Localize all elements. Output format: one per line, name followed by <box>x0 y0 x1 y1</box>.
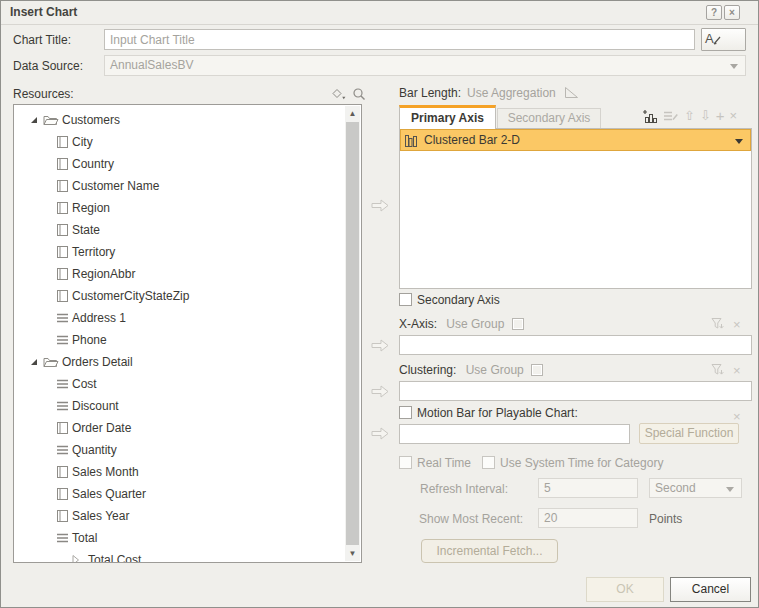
tree-item-address-1[interactable]: Address 1 <box>56 307 361 329</box>
tab-secondary-axis[interactable]: Secondary Axis <box>497 108 601 129</box>
incremental-fetch-button[interactable]: Incremental Fetch... <box>421 539 558 563</box>
edit-series-icon[interactable] <box>663 109 679 123</box>
tab-secondary-axis-label: Secondary Axis <box>508 111 591 125</box>
use-system-time-label: Use System Time for Category <box>500 456 663 470</box>
secondary-axis-checkbox[interactable] <box>399 293 412 306</box>
tree-item-country[interactable]: Country <box>56 153 361 175</box>
move-up-icon[interactable]: ⇧ <box>684 108 695 124</box>
resources-tree: CustomersCityCountryCustomer NameRegionS… <box>13 104 362 563</box>
close-button[interactable]: × <box>724 5 740 20</box>
clustering-filter-icon[interactable] <box>711 363 725 376</box>
search-icon[interactable] <box>352 87 366 102</box>
title-bar: Insert Chart ? × <box>1 1 758 25</box>
tree-rows: CustomersCityCountryCustomer NameRegionS… <box>14 109 361 563</box>
xaxis-clear-icon[interactable]: × <box>733 318 741 331</box>
insert-chart-dialog: Insert Chart ? × Chart Title: A Data Sou… <box>0 0 759 608</box>
series-item-label: Clustered Bar 2-D <box>424 133 520 147</box>
tree-item-total[interactable]: Total <box>56 527 361 549</box>
refresh-unit-combo[interactable]: Second <box>649 478 742 498</box>
refresh-interval-input[interactable] <box>538 478 638 498</box>
tree-item-orders-detail[interactable]: Orders Detail <box>30 351 361 373</box>
folder-icon <box>43 113 59 127</box>
column-field-icon <box>56 465 69 479</box>
help-button[interactable]: ? <box>706 5 722 20</box>
motion-clear-icon[interactable]: × <box>733 410 741 423</box>
remove-icon[interactable]: × <box>730 108 738 124</box>
tree-item-sales-year[interactable]: Sales Year <box>56 505 361 527</box>
add-series-chart-icon[interactable] <box>642 109 658 124</box>
tree-item-regionabbr[interactable]: RegionAbbr <box>56 263 361 285</box>
column-field-icon <box>56 509 69 523</box>
expand-toggle[interactable] <box>30 358 40 367</box>
special-function-button[interactable]: Special Function <box>639 423 739 444</box>
scrollbar-thumb[interactable] <box>346 122 359 545</box>
clustered-bar-icon <box>404 133 421 148</box>
tree-item-order-date[interactable]: Order Date <box>56 417 361 439</box>
font-button[interactable]: A <box>701 28 746 51</box>
tree-item-discount[interactable]: Discount <box>56 395 361 417</box>
tree-item-sales-month[interactable]: Sales Month <box>56 461 361 483</box>
tree-item-customers[interactable]: Customers <box>30 109 361 131</box>
points-label: Points <box>649 512 682 526</box>
xaxis-label: X-Axis: Use Group <box>399 317 524 331</box>
xaxis-input[interactable] <box>399 335 752 355</box>
tree-item-total-cost[interactable]: Total Cost <box>72 549 361 563</box>
tree-item-customercitystatezip[interactable]: CustomerCityStateZip <box>56 285 361 307</box>
tree-item-label: RegionAbbr <box>72 267 135 281</box>
column-field-icon <box>56 179 69 193</box>
tree-item-label: Cost <box>72 377 97 391</box>
scroll-up-icon[interactable]: ▲ <box>345 106 360 121</box>
clustering-clear-icon[interactable]: × <box>733 364 741 377</box>
data-source-combo[interactable]: AnnualSalesBV <box>104 55 746 76</box>
real-time-label: Real Time <box>417 456 471 470</box>
clustering-use-group-checkbox[interactable] <box>531 364 543 376</box>
move-down-icon[interactable]: ⇩ <box>700 108 711 124</box>
add-icon[interactable]: + <box>716 108 725 124</box>
tree-item-label: Total Cost <box>88 553 141 563</box>
expand-toggle[interactable] <box>30 116 40 125</box>
tab-primary-axis[interactable]: Primary Axis <box>399 105 496 129</box>
column-field-icon <box>56 157 69 171</box>
move-to-clustering-arrow-icon[interactable] <box>371 384 389 399</box>
clustering-input[interactable] <box>399 381 752 401</box>
tree-item-phone[interactable]: Phone <box>56 329 361 351</box>
xaxis-use-group-checkbox[interactable] <box>512 318 524 330</box>
use-system-time-checkbox[interactable] <box>482 456 495 469</box>
motion-bar-checkbox[interactable] <box>399 406 412 419</box>
move-to-motion-arrow-icon[interactable] <box>371 426 389 441</box>
tree-item-territory[interactable]: Territory <box>56 241 361 263</box>
data-source-label: Data Source: <box>13 59 83 73</box>
sort-icon[interactable] <box>331 88 348 102</box>
column-field-icon <box>56 201 69 215</box>
expanded-triangle-icon <box>30 116 39 125</box>
cancel-button[interactable]: Cancel <box>670 577 751 602</box>
tree-item-quantity[interactable]: Quantity <box>56 439 361 461</box>
real-time-checkbox[interactable] <box>399 456 412 469</box>
tree-item-state[interactable]: State <box>56 219 361 241</box>
folder-icon <box>43 355 59 369</box>
series-chevron-down-icon <box>735 139 743 144</box>
tree-item-label: Sales Month <box>72 465 139 479</box>
xaxis-filter-icon[interactable] <box>711 317 725 330</box>
tree-item-label: Sales Quarter <box>72 487 146 501</box>
tree-item-sales-quarter[interactable]: Sales Quarter <box>56 483 361 505</box>
move-to-series-arrow-icon[interactable] <box>371 198 389 213</box>
chart-title-input[interactable] <box>104 29 695 50</box>
measure-field-icon <box>56 378 69 390</box>
show-most-recent-input[interactable] <box>538 508 638 528</box>
scroll-down-icon[interactable]: ▼ <box>345 546 360 561</box>
tree-item-label: Quantity <box>72 443 117 457</box>
expand-toggle[interactable] <box>72 555 82 563</box>
series-item-selected[interactable]: Clustered Bar 2-D <box>400 129 751 151</box>
tree-item-cost[interactable]: Cost <box>56 373 361 395</box>
motion-bar-input[interactable] <box>399 424 630 444</box>
tree-item-label: CustomerCityStateZip <box>72 289 189 303</box>
tree-item-region[interactable]: Region <box>56 197 361 219</box>
data-source-value: AnnualSalesBV <box>110 58 193 72</box>
move-to-xaxis-arrow-icon[interactable] <box>371 338 389 353</box>
ok-button[interactable]: OK <box>586 577 664 602</box>
tree-item-customer-name[interactable]: Customer Name <box>56 175 361 197</box>
tree-scrollbar[interactable]: ▲ ▼ <box>345 106 360 561</box>
tree-item-label: Phone <box>72 333 107 347</box>
tree-item-city[interactable]: City <box>56 131 361 153</box>
